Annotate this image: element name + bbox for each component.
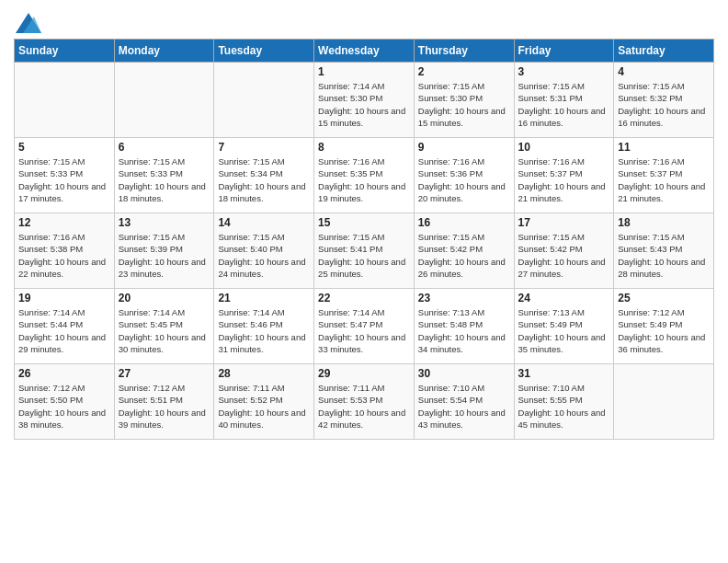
weekday-header-sunday: Sunday (15, 40, 115, 63)
day-number: 20 (119, 292, 210, 304)
day-info: Sunrise: 7:12 AMSunset: 5:50 PMDaylight:… (18, 382, 110, 431)
weekday-header-friday: Friday (514, 40, 614, 63)
day-info: Sunrise: 7:16 AMSunset: 5:38 PMDaylight:… (18, 231, 110, 280)
calendar-cell (114, 63, 214, 138)
calendar-cell: 15 Sunrise: 7:15 AMSunset: 5:41 PMDaylig… (314, 213, 415, 289)
calendar-cell: 6 Sunrise: 7:15 AMSunset: 5:33 PMDayligh… (114, 138, 214, 213)
header (14, 9, 714, 33)
day-number: 26 (18, 367, 110, 380)
logo-icon (16, 13, 41, 33)
day-number: 8 (318, 141, 410, 154)
calendar-cell: 19 Sunrise: 7:14 AMSunset: 5:44 PMDaylig… (15, 289, 115, 364)
calendar-cell: 23 Sunrise: 7:13 AMSunset: 5:48 PMDaylig… (414, 289, 514, 364)
calendar-cell: 12 Sunrise: 7:16 AMSunset: 5:38 PMDaylig… (15, 213, 115, 289)
calendar-cell: 10 Sunrise: 7:16 AMSunset: 5:37 PMDaylig… (514, 138, 614, 213)
calendar-cell: 18 Sunrise: 7:15 AMSunset: 5:43 PMDaylig… (614, 213, 714, 289)
day-number: 11 (618, 141, 710, 154)
calendar-cell: 16 Sunrise: 7:15 AMSunset: 5:42 PMDaylig… (414, 213, 514, 289)
day-number: 18 (618, 216, 710, 229)
day-number: 28 (218, 367, 310, 380)
calendar-table: SundayMondayTuesdayWednesdayThursdayFrid… (14, 39, 714, 440)
day-info: Sunrise: 7:10 AMSunset: 5:54 PMDaylight:… (418, 382, 510, 431)
calendar-cell: 24 Sunrise: 7:13 AMSunset: 5:49 PMDaylig… (514, 289, 614, 364)
day-info: Sunrise: 7:15 AMSunset: 5:30 PMDaylight:… (418, 80, 510, 129)
day-info: Sunrise: 7:11 AMSunset: 5:53 PMDaylight:… (318, 382, 410, 431)
day-info: Sunrise: 7:12 AMSunset: 5:49 PMDaylight:… (618, 306, 710, 355)
day-info: Sunrise: 7:15 AMSunset: 5:43 PMDaylight:… (618, 231, 710, 280)
day-info: Sunrise: 7:14 AMSunset: 5:45 PMDaylight:… (119, 306, 210, 355)
day-number: 25 (618, 292, 710, 304)
day-number: 3 (518, 65, 610, 78)
day-info: Sunrise: 7:16 AMSunset: 5:36 PMDaylight:… (418, 155, 510, 204)
day-info: Sunrise: 7:13 AMSunset: 5:49 PMDaylight:… (518, 306, 610, 355)
calendar-cell: 25 Sunrise: 7:12 AMSunset: 5:49 PMDaylig… (614, 289, 714, 364)
day-info: Sunrise: 7:15 AMSunset: 5:42 PMDaylight:… (518, 231, 610, 280)
day-info: Sunrise: 7:15 AMSunset: 5:32 PMDaylight:… (618, 80, 710, 129)
day-info: Sunrise: 7:15 AMSunset: 5:31 PMDaylight:… (518, 80, 610, 129)
calendar-cell: 8 Sunrise: 7:16 AMSunset: 5:35 PMDayligh… (314, 138, 415, 213)
calendar-cell (214, 63, 314, 138)
day-number: 16 (418, 216, 510, 229)
calendar-cell: 11 Sunrise: 7:16 AMSunset: 5:37 PMDaylig… (614, 138, 714, 213)
calendar-cell: 31 Sunrise: 7:10 AMSunset: 5:55 PMDaylig… (514, 364, 614, 440)
calendar-cell: 3 Sunrise: 7:15 AMSunset: 5:31 PMDayligh… (514, 63, 614, 138)
weekday-header-saturday: Saturday (614, 40, 714, 63)
calendar-cell: 1 Sunrise: 7:14 AMSunset: 5:30 PMDayligh… (314, 63, 415, 138)
day-info: Sunrise: 7:14 AMSunset: 5:30 PMDaylight:… (318, 80, 410, 129)
calendar-cell: 28 Sunrise: 7:11 AMSunset: 5:52 PMDaylig… (214, 364, 314, 440)
day-number: 27 (119, 367, 210, 380)
day-number: 4 (618, 65, 710, 78)
day-info: Sunrise: 7:14 AMSunset: 5:47 PMDaylight:… (318, 306, 410, 355)
day-info: Sunrise: 7:14 AMSunset: 5:44 PMDaylight:… (18, 306, 110, 355)
day-number: 22 (318, 292, 410, 304)
day-number: 7 (218, 141, 310, 154)
day-number: 24 (518, 292, 610, 304)
weekday-header-thursday: Thursday (414, 40, 514, 63)
day-number: 9 (418, 141, 510, 154)
calendar-cell: 29 Sunrise: 7:11 AMSunset: 5:53 PMDaylig… (314, 364, 415, 440)
day-number: 1 (318, 65, 410, 78)
day-info: Sunrise: 7:16 AMSunset: 5:37 PMDaylight:… (518, 155, 610, 204)
day-number: 13 (119, 216, 210, 229)
day-info: Sunrise: 7:15 AMSunset: 5:42 PMDaylight:… (418, 231, 510, 280)
day-info: Sunrise: 7:16 AMSunset: 5:37 PMDaylight:… (618, 155, 710, 204)
day-info: Sunrise: 7:15 AMSunset: 5:34 PMDaylight:… (218, 155, 310, 204)
day-number: 23 (418, 292, 510, 304)
day-number: 30 (418, 367, 510, 380)
day-info: Sunrise: 7:12 AMSunset: 5:51 PMDaylight:… (119, 382, 210, 431)
day-info: Sunrise: 7:15 AMSunset: 5:39 PMDaylight:… (119, 231, 210, 280)
calendar-cell: 26 Sunrise: 7:12 AMSunset: 5:50 PMDaylig… (15, 364, 115, 440)
day-number: 12 (18, 216, 110, 229)
page-container: SundayMondayTuesdayWednesdayThursdayFrid… (0, 0, 728, 449)
day-info: Sunrise: 7:15 AMSunset: 5:41 PMDaylight:… (318, 231, 410, 280)
day-number: 29 (318, 367, 410, 380)
calendar-cell: 2 Sunrise: 7:15 AMSunset: 5:30 PMDayligh… (414, 63, 514, 138)
calendar-week-3: 12 Sunrise: 7:16 AMSunset: 5:38 PMDaylig… (15, 213, 714, 289)
calendar-cell: 5 Sunrise: 7:15 AMSunset: 5:33 PMDayligh… (15, 138, 115, 213)
logo (14, 13, 41, 33)
day-number: 15 (318, 216, 410, 229)
day-number: 10 (518, 141, 610, 154)
day-info: Sunrise: 7:15 AMSunset: 5:33 PMDaylight:… (119, 155, 210, 204)
calendar-cell: 14 Sunrise: 7:15 AMSunset: 5:40 PMDaylig… (214, 213, 314, 289)
day-info: Sunrise: 7:16 AMSunset: 5:35 PMDaylight:… (318, 155, 410, 204)
calendar-cell: 7 Sunrise: 7:15 AMSunset: 5:34 PMDayligh… (214, 138, 314, 213)
day-number: 21 (218, 292, 310, 304)
day-info: Sunrise: 7:15 AMSunset: 5:33 PMDaylight:… (18, 155, 110, 204)
calendar-cell (614, 364, 714, 440)
weekday-header-tuesday: Tuesday (214, 40, 314, 63)
calendar-week-4: 19 Sunrise: 7:14 AMSunset: 5:44 PMDaylig… (15, 289, 714, 364)
weekday-header-wednesday: Wednesday (314, 40, 415, 63)
day-info: Sunrise: 7:14 AMSunset: 5:46 PMDaylight:… (218, 306, 310, 355)
calendar-week-5: 26 Sunrise: 7:12 AMSunset: 5:50 PMDaylig… (15, 364, 714, 440)
calendar-cell (15, 63, 115, 138)
calendar-cell: 9 Sunrise: 7:16 AMSunset: 5:36 PMDayligh… (414, 138, 514, 213)
calendar-cell: 20 Sunrise: 7:14 AMSunset: 5:45 PMDaylig… (114, 289, 214, 364)
calendar-cell: 13 Sunrise: 7:15 AMSunset: 5:39 PMDaylig… (114, 213, 214, 289)
day-number: 2 (418, 65, 510, 78)
day-number: 17 (518, 216, 610, 229)
day-info: Sunrise: 7:10 AMSunset: 5:55 PMDaylight:… (518, 382, 610, 431)
calendar-cell: 22 Sunrise: 7:14 AMSunset: 5:47 PMDaylig… (314, 289, 415, 364)
calendar-week-1: 1 Sunrise: 7:14 AMSunset: 5:30 PMDayligh… (15, 63, 714, 138)
day-number: 19 (18, 292, 110, 304)
